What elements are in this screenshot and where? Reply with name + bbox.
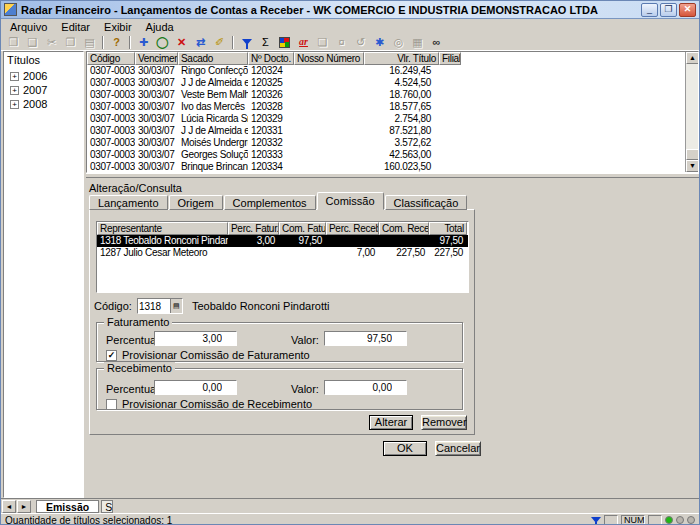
recebimento-title: Recebimento xyxy=(104,362,175,374)
close-button[interactable]: ✕ xyxy=(679,3,696,17)
remover-button[interactable]: Remover xyxy=(421,415,467,430)
tree-expand-icon[interactable]: + xyxy=(10,72,19,81)
table-row[interactable]: 0307-00034930/03/07Moisés Undergrudfe120… xyxy=(87,137,461,149)
table-cell: 2.754,80 xyxy=(364,113,439,125)
tab-complementos[interactable]: Complementos xyxy=(224,195,316,210)
menu-ajuda[interactable]: Ajuda xyxy=(139,20,181,34)
table-row[interactable]: 0307-00034730/03/07J J de Almeida e Filh… xyxy=(87,125,461,137)
table-cell: 18.760,00 xyxy=(364,89,439,101)
status-led-green-icon xyxy=(665,516,673,524)
scroll-down-icon[interactable]: ▼ xyxy=(686,160,699,172)
table-row[interactable]: 0307-00035130/03/07Georges Soluções12033… xyxy=(87,149,461,161)
tab-lancamento[interactable]: Lançamento xyxy=(89,195,168,210)
copy-icon: ❐ xyxy=(61,35,80,50)
scroll-up-icon[interactable]: ▲ xyxy=(686,52,699,64)
export-icon[interactable]: ✱ xyxy=(370,35,389,50)
table-cell: 0307-000347 xyxy=(87,125,135,137)
comm-column-header-perc-receb-[interactable]: Perc. Receb. xyxy=(326,222,379,235)
codigo-input[interactable] xyxy=(138,299,170,313)
column-header-n-docto-[interactable]: Nº Docto. xyxy=(248,52,294,65)
tab-origem[interactable]: Origem xyxy=(169,195,223,210)
cancelar-button[interactable]: Cancelar xyxy=(435,441,481,456)
table-cell: 120324 xyxy=(248,65,294,77)
sheet-tab-partial[interactable]: S xyxy=(101,500,113,513)
commission-row[interactable]: 1287 Julio Cesar Meteoro7,00227,50227,50 xyxy=(97,247,468,259)
table-row[interactable]: 0307-00033730/03/07J J de Almeida e Filh… xyxy=(87,77,461,89)
alterar-button[interactable]: Alterar xyxy=(369,415,413,430)
faturamento-groupbox: Faturamento Percentual: Valor: Provision… xyxy=(96,322,463,362)
fat-valor-input[interactable] xyxy=(324,331,407,346)
post-icon[interactable]: ⇄ xyxy=(191,35,210,50)
comm-column-header-com-fatur-[interactable]: Com. Fatur. xyxy=(279,222,326,235)
menu-arquivo[interactable]: Arquivo xyxy=(3,20,54,34)
column-header-codigo[interactable]: Código xyxy=(87,52,135,65)
tab-comissao[interactable]: Comissão xyxy=(317,192,384,210)
table-row[interactable]: 0307-00034230/03/07Ivo das Mercês1203281… xyxy=(87,101,461,113)
tree-expand-icon[interactable]: + xyxy=(10,100,19,109)
comm-column-header-perc-fatur-[interactable]: Perc. Fatur. xyxy=(228,222,279,235)
sheet-prev-icon[interactable]: ◄ xyxy=(2,500,16,513)
funnel-glyph xyxy=(242,39,252,45)
fat-provisionar-checkbox[interactable] xyxy=(106,350,117,361)
table-row[interactable]: 0307-00033530/03/07Ringo Confecções12032… xyxy=(87,65,461,77)
insert-icon[interactable]: ✚ xyxy=(134,35,153,50)
delete-icon[interactable]: ✕ xyxy=(172,35,191,50)
table-row[interactable]: 0307-00033830/03/07Veste Bem Malhas12032… xyxy=(87,89,461,101)
sheet-next-icon[interactable]: ► xyxy=(17,500,31,513)
binoculars-icon[interactable]: ∞ xyxy=(427,35,446,50)
table-cell: 30/03/07 xyxy=(135,125,178,137)
codigo-lookup-button[interactable]: ▤ xyxy=(170,299,182,313)
comm-column-header-representante[interactable]: Representante xyxy=(97,222,228,235)
table-cell: 30/03/07 xyxy=(135,101,178,113)
fat-percentual-input[interactable] xyxy=(154,331,237,346)
restore-button[interactable]: ❐ xyxy=(660,3,677,17)
table-cell: 0307-000342 xyxy=(87,101,135,113)
filter-icon[interactable] xyxy=(237,35,256,50)
tree-item-2006[interactable]: +2006 xyxy=(6,69,83,83)
menu-exibir[interactable]: Exibir xyxy=(97,20,139,34)
table-cell: 30/03/07 xyxy=(135,161,178,173)
clean-icon[interactable]: ✐ xyxy=(210,35,229,50)
ar-icon[interactable]: ar xyxy=(294,35,313,50)
column-header-nosso-numero[interactable]: Nosso Número xyxy=(294,52,364,65)
column-header-vencimento[interactable]: Vencimento xyxy=(135,52,178,65)
help-icon[interactable]: ? xyxy=(107,35,126,50)
table-cell: 160.023,50 xyxy=(364,161,439,173)
minimize-button[interactable]: _ xyxy=(641,3,658,17)
scroll-thumb[interactable] xyxy=(686,149,699,160)
column-header-filial[interactable]: Filial xyxy=(439,52,461,65)
tab-classificacao[interactable]: Classificação xyxy=(385,195,468,210)
tree-item-2008[interactable]: +2008 xyxy=(6,97,83,111)
sum-icon[interactable]: Σ xyxy=(256,35,275,50)
table-cell xyxy=(439,77,461,89)
column-header-sacado[interactable]: Sacado xyxy=(178,52,248,65)
sheet-tab-emissao[interactable]: Emissão xyxy=(36,500,99,513)
table-cell: 42.563,00 xyxy=(364,149,439,161)
table-cell xyxy=(439,149,461,161)
tree-item-2007[interactable]: +2007 xyxy=(6,83,83,97)
rec-percentual-input[interactable] xyxy=(154,380,237,395)
ok-button[interactable]: OK xyxy=(383,441,427,456)
menu-editar[interactable]: Editar xyxy=(54,20,97,34)
table-row[interactable]: 0307-00035330/03/07Brinque Brincando1203… xyxy=(87,161,461,173)
table-row[interactable]: 0307-00034430/03/07Lúcia Ricarda Srom120… xyxy=(87,113,461,125)
table-scrollbar[interactable]: ▲ ▼ xyxy=(685,52,698,172)
tree-expand-icon[interactable]: + xyxy=(10,86,19,95)
toolbar-separator xyxy=(129,36,131,49)
grid-colors-icon[interactable] xyxy=(275,35,294,50)
rec-valor-input[interactable] xyxy=(324,380,407,395)
title-bar[interactable]: Radar Financeiro - Lançamentos de Contas… xyxy=(1,1,699,19)
commission-row[interactable]: 1318 Teobaldo Ronconi Pindarotti3,0097,5… xyxy=(97,235,468,247)
rec-provisionar-checkbox[interactable] xyxy=(106,399,117,410)
refresh-icon[interactable]: ◯ xyxy=(153,35,172,50)
table-cell xyxy=(294,125,364,137)
comm-column-header-total[interactable]: Total xyxy=(429,222,467,235)
table-cell: 30/03/07 xyxy=(135,89,178,101)
table-cell: 120333 xyxy=(248,149,294,161)
table-cell xyxy=(294,77,364,89)
column-header-vlr-titulo[interactable]: Vlr. Título xyxy=(364,52,439,65)
cut-icon: ✂ xyxy=(42,35,61,50)
preview-icon: ◎ xyxy=(389,35,408,50)
fat-provisionar-label: Provisionar Comissão de Faturamento xyxy=(122,349,310,361)
comm-column-header-com-receb-[interactable]: Com. Receb. xyxy=(379,222,429,235)
